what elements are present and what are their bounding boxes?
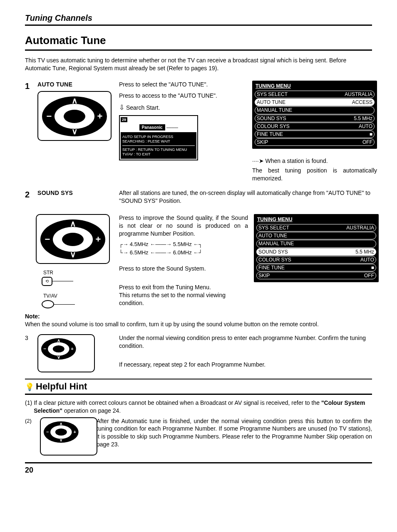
tvav-text1: Press to exit from the Tuning Menu. bbox=[119, 283, 248, 291]
osd-row: SKIPOFF bbox=[255, 138, 375, 146]
osd-row: SKIPOFF bbox=[256, 272, 376, 279]
osd-row: AUTO TUNE bbox=[256, 232, 376, 239]
svg-text:−: − bbox=[47, 111, 52, 121]
dpad-icon: ∧ ∨ − + bbox=[37, 91, 112, 141]
hint-1: (1) If a clear picture with correct colo… bbox=[25, 399, 372, 415]
osd-row: COLOUR SYSAUTO bbox=[255, 123, 375, 130]
step1-line2: Press to access to the "AUTO TUNE". bbox=[119, 92, 244, 100]
note-text: When the sound volume is too small to co… bbox=[25, 321, 319, 328]
svg-text:∨: ∨ bbox=[60, 437, 62, 442]
osd-row: MANUAL TUNE bbox=[255, 106, 375, 114]
memorized-text: The best tuning position is automaticall… bbox=[252, 167, 377, 182]
str-text: Press to store the Sound System. bbox=[119, 265, 248, 273]
svg-text:∧: ∧ bbox=[70, 219, 76, 228]
osd-row: FINE TUNE■ bbox=[255, 131, 375, 138]
intro-paragraph: This TV uses automatic tuning to determi… bbox=[25, 57, 372, 72]
tvav-label: TV/AV bbox=[43, 293, 116, 299]
channel-number: 29 bbox=[121, 117, 127, 122]
osd-menu-1: TUNING MENU SYS SELECTAUSTRALIAAUTO TUNE… bbox=[252, 81, 377, 149]
screen-msg-1: AUTO SETUP IN PROGRESS bbox=[122, 135, 195, 139]
svg-point-2 bbox=[64, 110, 85, 123]
osd-row: SOUND SYS5.5 MHz bbox=[256, 248, 376, 256]
osd-row: AUTO TUNEACCESS bbox=[255, 99, 375, 106]
svg-text:∧: ∧ bbox=[72, 96, 78, 105]
step-3: 3 ∧ ∨ − + Under the normal viewing condi… bbox=[25, 334, 372, 373]
screen-msg-2: SEARCHING : PLESE WAIT bbox=[122, 139, 195, 144]
osd-row: MANUAL TUNE bbox=[256, 240, 376, 247]
step-2: 2 SOUND SYS After all stations are tuned… bbox=[25, 189, 372, 207]
svg-text:∧: ∧ bbox=[57, 338, 60, 343]
tvav-text2: This returns the set to the normal viewi… bbox=[119, 291, 248, 307]
osd-row: SYS SELECTAUSTRALIA bbox=[256, 224, 376, 232]
screen-msg-4: TV/AV : TO EXIT bbox=[122, 152, 195, 157]
hint-heading: 💡Helpful Hint bbox=[25, 379, 372, 395]
step-3-number: 3 bbox=[25, 334, 34, 373]
section-heading: Tuning Channels bbox=[25, 12, 372, 26]
svg-text:−: − bbox=[44, 346, 47, 352]
svg-text:∨: ∨ bbox=[57, 355, 60, 360]
osd-row: SOUND SYS5.5 MHz bbox=[255, 115, 375, 122]
frequency-cycle: ┌→ 4.5MHz ←――→ 5.5MHz ←┐ └→ 6.5MHz ←――→ … bbox=[119, 240, 248, 258]
svg-text:∨: ∨ bbox=[72, 127, 78, 136]
brand-label: Panasonic bbox=[139, 124, 165, 131]
tv-screen-panel: 29 Panasonic ------------ AUTO SETUP IN … bbox=[119, 115, 198, 160]
page-title: Automatic Tune bbox=[25, 33, 372, 51]
screen-msg-3: SETUP : RETURN TO TUNING MENU bbox=[122, 148, 195, 152]
svg-text:+: + bbox=[97, 111, 103, 121]
step-1-number: 1 bbox=[25, 81, 34, 182]
svg-point-9 bbox=[62, 233, 84, 246]
osd1-title: TUNING MENU bbox=[255, 82, 375, 90]
tvav-button-icon bbox=[42, 300, 54, 308]
osd-row: COLOUR SYSAUTO bbox=[256, 256, 376, 264]
step-1-label: AUTO TUNE bbox=[37, 81, 116, 89]
step3-line1: Under the normal viewing condition press… bbox=[119, 334, 372, 350]
note-block: Note: When the sound volume is too small… bbox=[25, 313, 372, 328]
str-label: STR bbox=[43, 269, 116, 276]
step3-line2: If necessary, repeat step 2 for each Pro… bbox=[119, 361, 372, 369]
svg-text:−: − bbox=[46, 429, 49, 434]
dpad-icon: ∧ ∨ − + bbox=[40, 417, 97, 456]
lightbulb-icon: 💡 bbox=[25, 383, 34, 391]
svg-text:+: + bbox=[73, 429, 76, 434]
osd-row: FINE TUNE■ bbox=[256, 264, 376, 271]
page-number: 20 bbox=[25, 466, 33, 474]
step1-search: Search Start. bbox=[126, 104, 160, 111]
svg-text:+: + bbox=[96, 234, 101, 244]
str-button-icon: ⟲ bbox=[42, 277, 52, 286]
step-2-number: 2 bbox=[25, 189, 34, 207]
svg-text:−: − bbox=[45, 234, 50, 244]
step-2-label: SOUND SYS bbox=[37, 189, 116, 207]
found-text: When a station is found. bbox=[265, 158, 328, 164]
dpad-icon: ∧ ∨ − + bbox=[36, 214, 110, 264]
svg-text:∧: ∧ bbox=[60, 421, 62, 426]
note-label: Note: bbox=[25, 313, 40, 320]
step2-line1: Press to improve the Sound quality, if t… bbox=[119, 214, 248, 238]
step-1: 1 AUTO TUNE ∧ ∨ − + Press to select the … bbox=[25, 81, 372, 182]
osd-menu-2: TUNING MENU SYS SELECTAUSTRALIAAUTO TUNE… bbox=[254, 214, 379, 283]
osd-row: SYS SELECTAUSTRALIA bbox=[255, 91, 375, 98]
step2-intro: After all stations are tuned, the on-scr… bbox=[119, 189, 372, 205]
svg-text:+: + bbox=[71, 346, 74, 352]
arrow-down-icon: ⇩ bbox=[119, 104, 124, 111]
step1-line1: Press to select the "AUTO TUNE". bbox=[119, 81, 244, 89]
hint-2: (2) ∧ ∨ − + After the Automatic tune is … bbox=[25, 417, 372, 456]
dpad-icon: ∧ ∨ − + bbox=[37, 334, 95, 372]
svg-text:∨: ∨ bbox=[70, 250, 76, 259]
osd2-title: TUNING MENU bbox=[256, 216, 376, 223]
